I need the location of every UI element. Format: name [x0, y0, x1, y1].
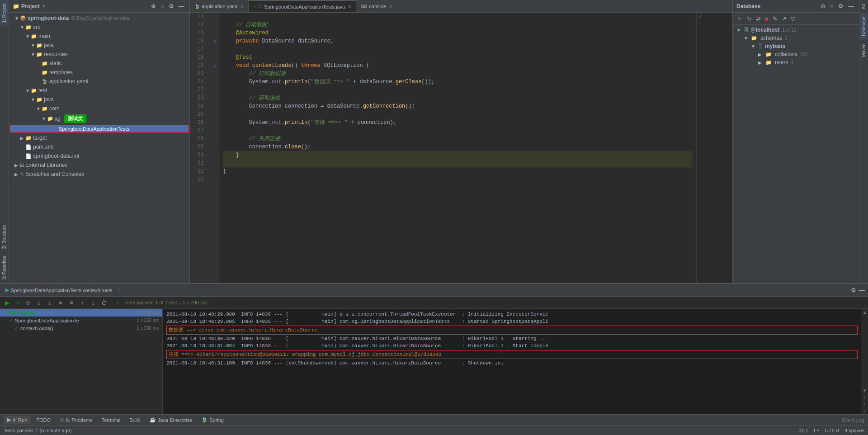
tree-item-application-yaml[interactable]: 🍃 application.yaml — [9, 77, 189, 86]
tab-divider: ✕ — [117, 287, 121, 293]
down-btn[interactable]: ↓ — [89, 298, 98, 307]
line-17: 17 — [190, 45, 207, 53]
db-settings-icon[interactable]: ⚙ — [837, 2, 845, 10]
tree-item-java-main[interactable]: ▼ 📁 java — [9, 41, 189, 50]
tree-item-com[interactable]: ▼ 📁 com — [9, 104, 189, 113]
line-25: 25 — [190, 110, 207, 118]
sort-btn2[interactable]: ↕ — [45, 298, 54, 307]
maven-side-tab[interactable]: Maven — [860, 40, 868, 61]
tree-item-xg[interactable]: ▼ 📁 xg 测试类 — [9, 113, 189, 124]
database-side-tab[interactable]: Database — [860, 13, 868, 40]
db-tree: ▼ 🗄 @localhost 1 of 12 ▼ 📁 schemas 1 ▼ 🗄… — [733, 25, 859, 283]
db-schemas-item[interactable]: ▼ 📁 schemas 1 — [733, 34, 859, 42]
tree-item-java-test[interactable]: ▼ 📁 java — [9, 95, 189, 104]
spring-tab[interactable]: 🍃 Spring — [198, 415, 227, 425]
database-panel: Database ⊕ ≡ ⚙ — ＋ ↻ ⇄ ■ ✎ ↗ ▽ — [732, 0, 859, 283]
favorites-side-tab[interactable]: 2: Favorites — [0, 252, 8, 283]
db-collapse-icon[interactable]: ≡ — [829, 2, 835, 10]
todo-tab[interactable]: TODO — [33, 416, 54, 425]
code-line-18: @Test — [223, 53, 693, 61]
run-close-icon[interactable]: — — [858, 286, 866, 294]
right-side-tabs: Art Database Maven — [859, 0, 868, 283]
collapse-icon[interactable]: ≡ — [159, 2, 165, 10]
scroll-extra-btn2[interactable]: ↑ — [863, 401, 867, 407]
line-16: 16 — [190, 37, 207, 45]
scroll-down-btn[interactable]: ▼ — [862, 387, 868, 394]
db-collations-folder-icon: 📁 — [765, 52, 772, 57]
run-tab[interactable]: ▶ SpringbootDataApplicationTests.context… — [2, 285, 116, 295]
status-right: 31:1 LF UTF-8 4 spaces — [799, 428, 864, 433]
context-loads-item[interactable]: ✓ contextLoads() 1 s 230 ms — [0, 324, 162, 332]
tree-item-iml[interactable]: 📄 springboot-data.iml — [9, 151, 189, 161]
tree-item-target[interactable]: ▶ 📁 target — [9, 133, 189, 142]
tree-item-springboot-tests[interactable]: C SpringbootDataApplicationTests — [9, 124, 189, 133]
rerun-button[interactable]: ▶ — [3, 298, 12, 307]
tree-item-scratches[interactable]: ▶ ✎ Scratches and Consoles — [9, 170, 189, 179]
settings-icon[interactable]: ⚙ — [167, 2, 175, 10]
tree-item-main[interactable]: ▼ 📁 main — [9, 32, 189, 41]
db-mybatis-item[interactable]: ▼ 🗄 mybatis — [733, 42, 859, 50]
context-loads-pass-icon: ✓ — [14, 325, 19, 331]
project-side-tab[interactable]: 1: Project — [0, 0, 8, 26]
tab-springboot-tests[interactable]: ✓ C SpringbootDataApplicationTests.java … — [249, 0, 356, 12]
code-editor[interactable]: 13 14 15 16 17 18 19 20 21 22 23 24 25 2… — [190, 13, 732, 283]
locate-icon[interactable]: ⊕ — [150, 2, 157, 10]
sort-btn1[interactable]: ↕ — [34, 298, 43, 307]
tab-console[interactable]: ⌨ console ✕ — [356, 0, 397, 12]
align-btn2[interactable]: ≡ — [67, 298, 76, 307]
project-dropdown-arrow[interactable]: ▼ — [42, 4, 46, 9]
test-class-item[interactable]: ✓ SpringbootDataApplicationTe 1 s 230 ms — [0, 317, 162, 324]
java-enterprise-tab[interactable]: ☕ Java Enterprise — [146, 415, 196, 425]
db-add-icon[interactable]: ＋ — [736, 14, 744, 23]
structure-side-tab[interactable]: Z: Structure — [0, 222, 8, 252]
tree-item-src[interactable]: ▼ 📁 src — [9, 23, 189, 32]
db-refresh-icon[interactable]: ↻ — [745, 15, 753, 23]
folder-icon: 📁 — [13, 3, 19, 9]
up-btn[interactable]: ↑ — [78, 298, 87, 307]
db-stop-icon[interactable]: ■ — [764, 15, 770, 23]
code-line-19: void contextLoads() throws SQLException … — [223, 61, 693, 70]
scroll-extra-btn1[interactable]: ↕ — [863, 394, 867, 401]
scroll-extra-btn3[interactable]: ↓ — [863, 407, 867, 414]
db-arrow-icon[interactable]: ↗ — [780, 15, 788, 23]
check-btn[interactable]: ✓ — [14, 298, 23, 307]
db-sync-icon[interactable]: ⇄ — [755, 15, 762, 23]
code-line-29: connection.close(); — [223, 143, 693, 151]
build-tab[interactable]: Build — [126, 416, 144, 425]
tree-item-templates[interactable]: 📁 templates — [9, 68, 189, 77]
java-tab-close[interactable]: ✕ — [348, 4, 351, 9]
test-results-item[interactable]: ✓ Test Results 1 s 230 ms — [0, 309, 162, 317]
art-side-tab[interactable]: Art — [860, 0, 868, 13]
db-users-item[interactable]: ▶ 📁 users 4 — [733, 58, 859, 66]
db-collations-item[interactable]: ▶ 📁 collations 222 — [733, 50, 859, 58]
db-close-icon[interactable]: — — [847, 2, 855, 10]
code-line-32: } — [223, 167, 693, 175]
yaml-tab-close[interactable]: ✕ — [240, 4, 244, 9]
db-edit-icon[interactable]: ✎ — [771, 15, 779, 23]
clock-btn[interactable]: ⏱ — [99, 298, 108, 307]
close-panel-icon[interactable]: — — [177, 2, 186, 10]
tree-item-resources[interactable]: ▼ 📁 resources — [9, 50, 189, 59]
tree-item-root[interactable]: ▼ 📦 springboot-data G:\BlogCoce\springbo… — [9, 14, 189, 23]
scroll-up-btn[interactable]: ▲ — [862, 309, 868, 316]
db-locate-icon[interactable]: ⊕ — [819, 2, 827, 10]
stop-btn[interactable]: ⊘ — [24, 298, 33, 307]
code-line-30: } — [223, 151, 693, 159]
tree-item-external-libraries[interactable]: ▶ ⊞ External Libraries — [9, 161, 189, 170]
run-settings-icon[interactable]: ⚙ — [849, 286, 858, 294]
code-content[interactable]: // 自动装配 @Autowired private DataSource da… — [219, 13, 696, 283]
console-tab-close[interactable]: ✕ — [389, 4, 392, 9]
problems-tab[interactable]: ⚠ 6: Problems — [56, 415, 96, 425]
java-enterprise-icon: ☕ — [150, 417, 156, 423]
run-bottom-tab[interactable]: ▶ 4: Run — [4, 416, 31, 424]
line-32: 32 — [190, 167, 207, 175]
tree-item-test[interactable]: ▼ 📁 test — [9, 86, 189, 95]
align-btn[interactable]: ≡ — [56, 298, 65, 307]
terminal-tab[interactable]: Terminal — [98, 416, 124, 425]
db-connection-item[interactable]: ▼ 🗄 @localhost 1 of 12 — [733, 26, 859, 34]
tree-item-pom-xml[interactable]: 📄 pom.xml — [9, 142, 189, 151]
tree-item-static[interactable]: 📁 static — [9, 59, 189, 68]
tab-application-yaml[interactable]: 🍃 application.yaml ✕ — [190, 0, 249, 12]
db-filter-icon[interactable]: ▽ — [789, 15, 797, 23]
event-log-link[interactable]: Event Log — [842, 417, 864, 423]
